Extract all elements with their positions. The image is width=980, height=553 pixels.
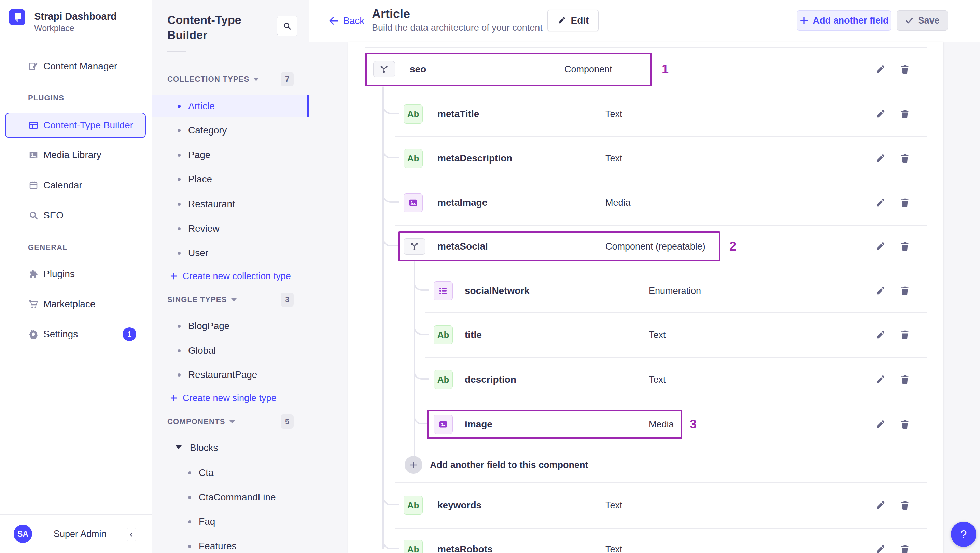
enum-icon xyxy=(434,281,453,300)
bullet-icon xyxy=(188,471,191,475)
panel-section-header[interactable]: COMPONENTS xyxy=(167,416,235,427)
sidebar-item-marketplace[interactable]: Marketplace xyxy=(0,291,152,317)
panel-section-header[interactable]: COLLECTION TYPES xyxy=(167,74,259,85)
edit-field-button[interactable] xyxy=(875,64,886,75)
trash-icon xyxy=(899,108,910,119)
delete-field-button[interactable] xyxy=(899,241,910,252)
delete-field-button[interactable] xyxy=(899,108,910,119)
bullet-icon xyxy=(178,227,181,230)
edit-field-button[interactable] xyxy=(875,153,886,164)
sidebar-item-label: Marketplace xyxy=(43,291,95,317)
field-type: Text xyxy=(605,498,622,512)
component-item[interactable]: Cta xyxy=(152,461,309,484)
divider xyxy=(0,44,152,44)
avatar[interactable]: SA xyxy=(14,525,32,543)
tree-line xyxy=(382,86,384,549)
edit-field-button[interactable] xyxy=(875,500,886,511)
collection-type-item[interactable]: Place xyxy=(152,168,309,191)
list-item-label: Place xyxy=(188,168,212,191)
sidebar-item-plugins[interactable]: Plugins xyxy=(0,262,152,287)
delete-field-button[interactable] xyxy=(899,64,910,75)
edit-field-button[interactable] xyxy=(875,241,886,252)
sidebar-item-seo[interactable]: SEO xyxy=(0,203,152,228)
panel-title-line1: Content-Type xyxy=(167,13,242,26)
back-link[interactable]: Back xyxy=(328,15,364,26)
collection-type-item[interactable]: User xyxy=(152,242,309,264)
collection-type-item[interactable]: Page xyxy=(152,144,309,166)
bullet-icon xyxy=(178,105,181,108)
delete-field-button[interactable] xyxy=(899,329,910,340)
tree-elbow xyxy=(382,186,399,203)
collection-type-item[interactable]: Article xyxy=(152,95,309,118)
trash-icon xyxy=(899,64,910,75)
delete-field-button[interactable] xyxy=(899,153,910,164)
edit-field-button[interactable] xyxy=(875,374,886,385)
list-item-label: CtaCommandLine xyxy=(199,486,276,509)
delete-field-button[interactable] xyxy=(899,544,910,553)
edit-field-button[interactable] xyxy=(875,419,886,430)
tree-elbow xyxy=(382,97,399,114)
text-icon: Ab xyxy=(404,496,423,515)
tree-elbow xyxy=(414,362,429,380)
active-indicator-bar xyxy=(307,95,309,118)
sidebar-item-calendar[interactable]: Calendar xyxy=(0,173,152,198)
component-item[interactable]: CtaCommandLine xyxy=(152,486,309,509)
panel-section-header[interactable]: SINGLE TYPES xyxy=(167,294,237,305)
plus-gray-icon xyxy=(409,461,418,469)
delete-field-button[interactable] xyxy=(899,285,910,296)
collection-type-item[interactable]: Review xyxy=(152,218,309,240)
single-type-item[interactable]: Global xyxy=(152,339,309,362)
bullet-icon xyxy=(178,373,181,377)
field-type: Media xyxy=(649,418,674,431)
edit-field-button[interactable] xyxy=(875,108,886,119)
sidebar-item-settings[interactable]: Settings1 xyxy=(0,321,152,347)
list-item-label: Page xyxy=(188,144,210,166)
create-new-link[interactable]: Create new single type xyxy=(170,391,277,405)
single-type-item[interactable]: RestaurantPage xyxy=(152,364,309,386)
component-group-blocks[interactable]: Blocks xyxy=(152,437,309,459)
row-divider xyxy=(395,225,927,226)
sidebar-item-content-type-builder[interactable]: Content-Type Builder xyxy=(0,113,152,138)
edit-button[interactable]: Edit xyxy=(547,10,598,32)
pencil-icon xyxy=(875,241,886,252)
single-type-item[interactable]: BlogPage xyxy=(152,315,309,337)
chevron-down-icon xyxy=(253,78,259,81)
sidebar-item-label: Calendar xyxy=(43,173,82,198)
strapi-logo[interactable] xyxy=(9,9,25,25)
delete-field-button[interactable] xyxy=(899,419,910,430)
help-button[interactable]: ? xyxy=(951,521,976,547)
row-divider xyxy=(395,181,927,181)
edit-field-button[interactable] xyxy=(875,285,886,296)
delete-field-button[interactable] xyxy=(899,374,910,385)
component-item[interactable]: Faq xyxy=(152,510,309,533)
search-button[interactable] xyxy=(277,16,298,36)
annotation-number: 1 xyxy=(662,61,668,78)
bullet-icon xyxy=(178,349,181,352)
edit-field-button[interactable] xyxy=(875,329,886,340)
collection-type-item[interactable]: Category xyxy=(152,119,309,141)
create-new-link[interactable]: Create new collection type xyxy=(170,269,291,284)
list-item-label: RestaurantPage xyxy=(188,364,257,386)
collapse-sidebar-button[interactable] xyxy=(126,528,137,541)
chevron-down-icon xyxy=(231,298,237,302)
add-field-to-component-button[interactable]: Add another field to this component xyxy=(405,456,588,474)
edit-field-button[interactable] xyxy=(875,197,886,208)
component-item[interactable]: Features xyxy=(152,535,309,553)
sidebar-item-content-manager[interactable]: Content Manager xyxy=(0,54,152,79)
edit-field-button[interactable] xyxy=(875,544,886,553)
sidebar-item-media-library[interactable]: Media Library xyxy=(0,142,152,168)
panel-title: Content-TypeBuilder xyxy=(167,12,242,42)
save-button[interactable]: Save xyxy=(897,10,948,31)
field-name: description xyxy=(465,373,516,386)
bullet-icon xyxy=(178,325,181,328)
collection-type-item[interactable]: Restaurant xyxy=(152,193,309,215)
divider xyxy=(167,51,186,52)
list-item-label: Cta xyxy=(199,461,214,484)
bullet-icon xyxy=(178,251,181,255)
add-another-field-button[interactable]: Add another field xyxy=(797,10,891,31)
create-new-label: Create new collection type xyxy=(183,271,291,281)
delete-field-button[interactable] xyxy=(899,197,910,208)
delete-field-button[interactable] xyxy=(899,500,910,511)
bullet-icon xyxy=(188,520,191,523)
component-icon xyxy=(409,242,420,251)
